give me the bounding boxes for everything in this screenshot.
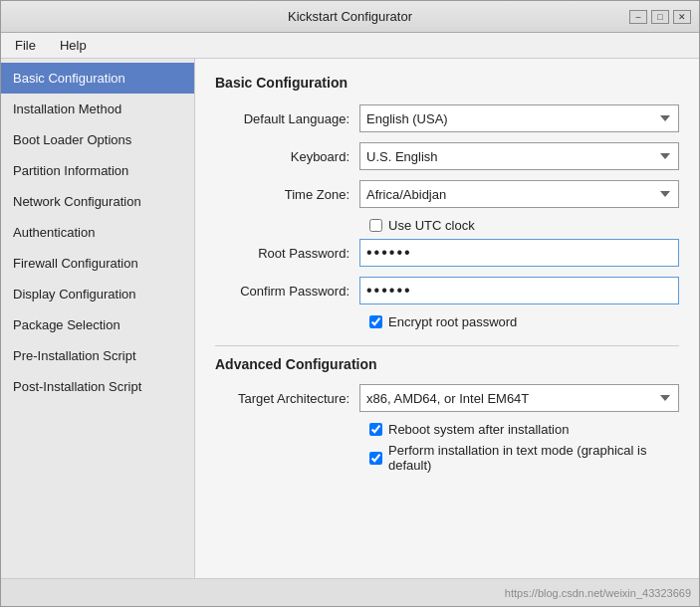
advanced-config-title: Advanced Configuration: [215, 356, 679, 372]
encrypt-password-row: Encrypt root password: [369, 314, 679, 329]
advanced-config-section: Advanced Configuration Target Architectu…: [215, 345, 679, 473]
close-button[interactable]: ✕: [673, 10, 691, 24]
sidebar-item-boot-loader-options[interactable]: Boot Loader Options: [1, 124, 194, 155]
sidebar-item-firewall-configuration[interactable]: Firewall Configuration: [1, 248, 194, 279]
sidebar-item-network-configuration[interactable]: Network Configuration: [1, 186, 194, 217]
title-bar: Kickstart Configurator – □ ✕: [1, 1, 699, 33]
bottom-bar: https://blog.csdn.net/weixin_43323669: [1, 578, 699, 606]
window-title: Kickstart Configurator: [288, 9, 412, 24]
timezone-label: Time Zone:: [215, 187, 359, 202]
keyboard-label: Keyboard:: [215, 149, 359, 164]
menu-help[interactable]: Help: [54, 36, 93, 55]
keyboard-row: Keyboard: U.S. English French German: [215, 142, 679, 170]
utc-clock-label[interactable]: Use UTC clock: [388, 218, 475, 233]
reboot-row: Reboot system after installation: [369, 422, 679, 437]
reboot-label[interactable]: Reboot system after installation: [388, 422, 569, 437]
confirm-password-input[interactable]: [359, 277, 679, 304]
root-password-row: Root Password:: [215, 239, 679, 267]
sidebar: Basic Configuration Installation Method …: [1, 59, 195, 578]
main-area: Basic Configuration Installation Method …: [1, 59, 699, 578]
sidebar-item-authentication[interactable]: Authentication: [1, 217, 194, 248]
target-arch-select[interactable]: x86, AMD64, or Intel EM64T x86 only AMD6…: [359, 384, 679, 412]
sidebar-item-installation-method[interactable]: Installation Method: [1, 94, 194, 124]
sidebar-item-package-selection[interactable]: Package Selection: [1, 309, 194, 340]
utc-clock-checkbox[interactable]: [369, 219, 382, 232]
maximize-button[interactable]: □: [651, 10, 669, 24]
reboot-checkbox[interactable]: [369, 423, 382, 436]
menu-bar: File Help: [1, 33, 699, 59]
encrypt-password-checkbox[interactable]: [369, 315, 382, 328]
root-password-input[interactable]: [359, 239, 679, 267]
main-window: Kickstart Configurator – □ ✕ File Help B…: [0, 0, 700, 607]
text-mode-checkbox[interactable]: [369, 452, 382, 465]
sidebar-item-partition-information[interactable]: Partition Information: [1, 155, 194, 186]
confirm-password-label: Confirm Password:: [215, 284, 359, 299]
keyboard-select[interactable]: U.S. English French German: [359, 142, 679, 170]
default-language-select[interactable]: English (USA) French German Spanish: [359, 104, 679, 132]
watermark: https://blog.csdn.net/weixin_43323669: [505, 587, 691, 599]
confirm-password-row: Confirm Password:: [215, 277, 679, 304]
timezone-row: Time Zone: Africa/Abidjan America/New_Yo…: [215, 180, 679, 208]
default-language-label: Default Language:: [215, 111, 359, 126]
basic-config-title: Basic Configuration: [215, 75, 679, 91]
sidebar-item-pre-installation-script[interactable]: Pre-Installation Script: [1, 340, 194, 371]
sidebar-item-post-installation-script[interactable]: Post-Installation Script: [1, 371, 194, 402]
default-language-row: Default Language: English (USA) French G…: [215, 104, 679, 132]
root-password-label: Root Password:: [215, 246, 359, 261]
timezone-select[interactable]: Africa/Abidjan America/New_York Europe/L…: [359, 180, 679, 208]
text-mode-row: Perform installation in text mode (graph…: [369, 443, 679, 473]
minimize-button[interactable]: –: [629, 10, 647, 24]
encrypt-password-label[interactable]: Encrypt root password: [388, 314, 517, 329]
target-arch-row: Target Architecture: x86, AMD64, or Inte…: [215, 384, 679, 412]
window-controls: – □ ✕: [629, 10, 691, 24]
target-arch-label: Target Architecture:: [215, 391, 359, 406]
sidebar-item-display-configuration[interactable]: Display Configuration: [1, 279, 194, 309]
text-mode-label[interactable]: Perform installation in text mode (graph…: [388, 443, 679, 473]
sidebar-item-basic-configuration[interactable]: Basic Configuration: [1, 63, 194, 94]
content-area: Basic Configuration Default Language: En…: [195, 59, 699, 578]
utc-clock-row: Use UTC clock: [369, 218, 679, 233]
menu-file[interactable]: File: [9, 36, 42, 55]
